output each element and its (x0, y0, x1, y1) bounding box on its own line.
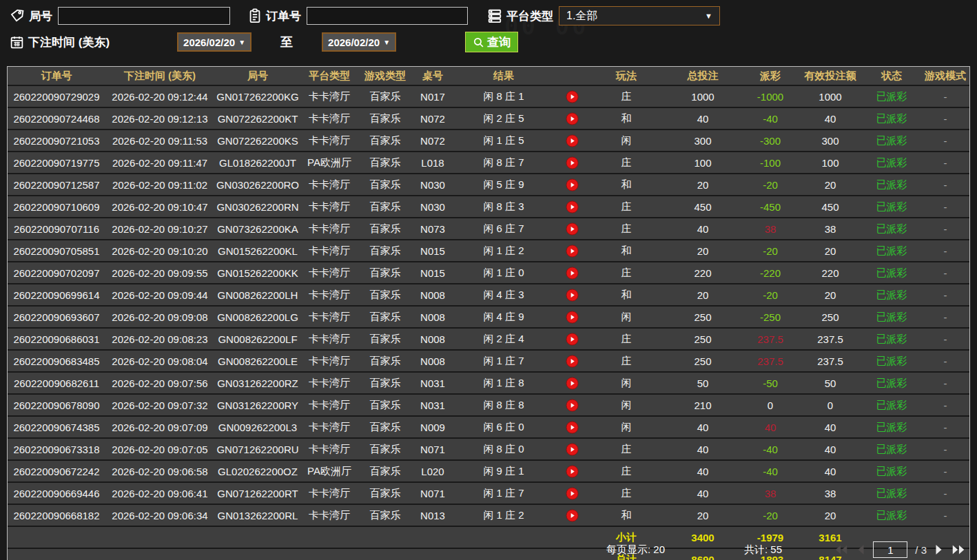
replay-play-button[interactable] (566, 178, 579, 191)
replay-cell (555, 328, 589, 350)
replay-cell (555, 482, 589, 504)
platform-cell: 卡卡湾厅 (301, 85, 358, 107)
payout-cell: -1000 (742, 85, 799, 107)
valid-bet-cell: 20 (799, 284, 862, 306)
prev-page-button[interactable] (856, 544, 865, 555)
replay-play-button[interactable] (566, 134, 579, 147)
result-cell: 闲 1 庄 8 (453, 372, 555, 394)
replay-play-button[interactable] (566, 399, 579, 412)
replay-cell (555, 438, 589, 460)
status-badge: 已派彩 (862, 174, 921, 196)
replay-play-button[interactable] (566, 112, 579, 125)
status-badge: 已派彩 (862, 328, 921, 350)
replay-play-button[interactable] (566, 333, 579, 346)
query-button[interactable]: 查询 (465, 32, 518, 52)
replay-play-button[interactable] (566, 90, 579, 103)
table-row: 260220090705851 2026-02-20 09:10:20 GN01… (8, 240, 969, 262)
play-type-cell: 庄 (589, 196, 664, 218)
payout-cell: 40 (742, 416, 799, 438)
bet-records-table: 订单号 下注时间 (美东) 局号 平台类型 游戏类型 桌号 结果 玩法 总投注 … (7, 66, 970, 560)
result-cell: 闲 1 庄 2 (453, 240, 555, 262)
valid-bet-cell: 1000 (799, 85, 862, 107)
replay-play-button[interactable] (566, 377, 579, 390)
replay-play-button[interactable] (566, 355, 579, 368)
payout-cell: -250 (742, 306, 799, 328)
game-mode-cell: - (921, 306, 969, 328)
replay-cell (555, 85, 589, 107)
order-number-input[interactable] (307, 7, 468, 25)
total-bet-cell: 50 (664, 372, 742, 394)
replay-cell (555, 284, 589, 306)
replay-play-button[interactable] (566, 443, 579, 456)
platform-cell: PA欧洲厅 (301, 460, 358, 482)
platform-cell: 卡卡湾厅 (301, 218, 358, 240)
game-type-cell: 百家乐 (358, 394, 413, 416)
replay-play-button[interactable] (566, 245, 579, 258)
replay-play-button[interactable] (566, 200, 579, 214)
total-bet-cell: 100 (664, 152, 742, 174)
table-row: 260220090729029 2026-02-20 09:12:44 GN01… (8, 85, 969, 107)
first-page-button[interactable] (834, 544, 849, 555)
round-id-cell: GN030262200RN (214, 196, 301, 218)
play-type-cell: 庄 (589, 438, 664, 460)
replay-play-button[interactable] (566, 289, 579, 302)
bet-time-cell: 2026-02-20 09:11:02 (105, 174, 214, 196)
date-from-value: 2026/02/20 (183, 37, 235, 48)
game-mode-cell: - (921, 262, 969, 284)
game-type-cell: 百家乐 (358, 196, 413, 218)
replay-play-button[interactable] (566, 311, 579, 324)
platform-icon (487, 8, 502, 23)
bet-time-cell: 2026-02-20 09:10:27 (105, 218, 214, 240)
col-header-status: 状态 (862, 67, 921, 85)
status-badge: 已派彩 (862, 394, 921, 416)
table-header: 订单号 下注时间 (美东) 局号 平台类型 游戏类型 桌号 结果 玩法 总投注 … (8, 67, 969, 85)
next-page-button[interactable] (934, 544, 943, 555)
total-bet-cell: 40 (664, 482, 742, 504)
platform-type-select[interactable]: 1.全部 ▼ (559, 6, 720, 25)
platform-cell: 卡卡湾厅 (301, 328, 358, 350)
status-badge: 已派彩 (862, 372, 921, 394)
col-header-replay (555, 67, 589, 85)
status-badge: 已派彩 (862, 218, 921, 240)
last-page-button[interactable] (951, 544, 966, 555)
payout-cell: 237.5 (742, 328, 799, 350)
search-icon (473, 37, 484, 48)
platform-cell: 卡卡湾厅 (301, 438, 358, 460)
valid-bet-cell: 220 (799, 262, 862, 284)
pagination: / 3 (834, 541, 966, 558)
total-bet-cell: 300 (664, 129, 742, 152)
table-no-cell: N008 (413, 328, 453, 350)
replay-play-button[interactable] (566, 421, 579, 434)
total-count-text: 共计: 55 (744, 543, 782, 557)
table-row: 260220090693607 2026-02-20 09:09:08 GN00… (8, 306, 969, 328)
round-number-input[interactable] (58, 7, 230, 25)
table-row: 260220090678090 2026-02-20 09:07:32 GN03… (8, 394, 969, 416)
platform-cell: 卡卡湾厅 (301, 240, 358, 262)
platform-cell: 卡卡湾厅 (301, 174, 358, 196)
replay-play-button[interactable] (566, 509, 579, 522)
game-mode-cell: - (921, 218, 969, 240)
replay-play-button[interactable] (566, 465, 579, 478)
platform-cell: 卡卡湾厅 (301, 504, 358, 526)
replay-cell (555, 262, 589, 284)
replay-play-button[interactable] (566, 267, 579, 280)
date-to-picker[interactable]: 2026/02/20 ▼ (322, 32, 396, 52)
replay-play-button[interactable] (566, 487, 579, 500)
col-header-bet-time: 下注时间 (美东) (105, 67, 214, 85)
table-row: 260220090673318 2026-02-20 09:07:05 GN07… (8, 438, 969, 460)
game-type-cell: 百家乐 (358, 328, 413, 350)
replay-play-button[interactable] (566, 156, 579, 169)
date-from-picker[interactable]: 2026/02/20 ▼ (177, 32, 251, 52)
round-id-cell: GN008262200LF (214, 328, 301, 350)
order-id-cell: 260220090724468 (8, 107, 105, 129)
replay-play-button[interactable] (566, 222, 579, 236)
total-bet-cell: 250 (664, 306, 742, 328)
order-id-cell: 260220090678090 (8, 394, 105, 416)
order-id-cell: 260220090672242 (8, 460, 105, 482)
table-row: 260220090721053 2026-02-20 09:11:53 GN07… (8, 129, 969, 152)
table-row: 260220090674385 2026-02-20 09:07:09 GN00… (8, 416, 969, 438)
order-id-cell: 260220090683485 (8, 350, 105, 372)
game-mode-cell: - (921, 284, 969, 306)
col-header-valid-bet: 有效投注额 (799, 67, 862, 85)
page-number-input[interactable] (873, 541, 907, 558)
